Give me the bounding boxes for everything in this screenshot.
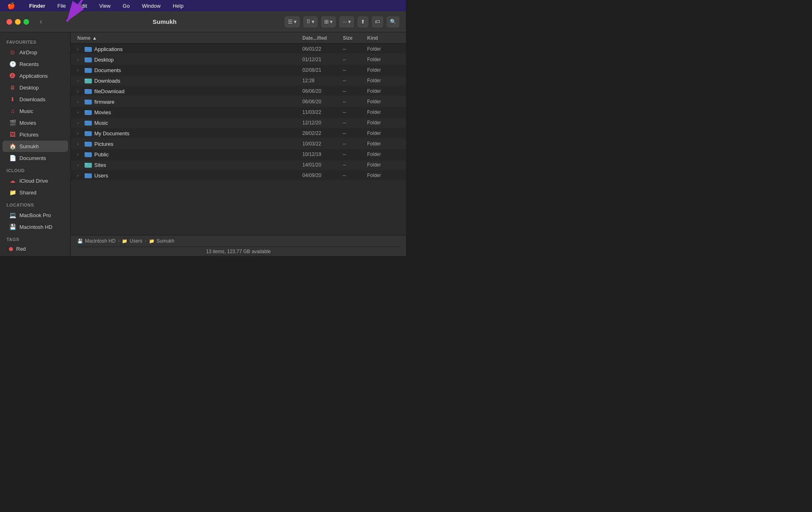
icloud-icon: ☁: [9, 177, 16, 184]
expand-chevron[interactable]: ›: [77, 68, 83, 73]
expand-chevron[interactable]: ›: [77, 58, 83, 62]
sidebar-item-applications[interactable]: 🅐 Applications: [2, 70, 68, 81]
file-size: --: [343, 130, 367, 136]
view-list-button[interactable]: ☰ ▾: [285, 16, 300, 28]
file-date: 06/01/22: [302, 46, 343, 52]
breadcrumb-macintosh-hd[interactable]: 💾 Macintosh HD: [77, 238, 115, 244]
favourites-header: Favourites: [0, 36, 70, 46]
edit-menu[interactable]: Edit: [76, 2, 89, 10]
expand-chevron[interactable]: ›: [77, 173, 83, 178]
sidebar-item-macbook-pro[interactable]: 💻 MacBook Pro: [2, 209, 68, 221]
view-hierarchy-button[interactable]: ⠿ ▾: [303, 16, 318, 28]
sidebar-item-sumukh[interactable]: 🏠 Sumukh: [2, 141, 68, 152]
table-row[interactable]: › Downloads 12:28 -- Folder: [71, 75, 406, 86]
file-menu[interactable]: File: [55, 2, 68, 10]
close-button[interactable]: [6, 19, 12, 25]
column-size-header[interactable]: Size: [343, 35, 367, 41]
file-name: firmware: [94, 99, 302, 105]
table-row[interactable]: › Desktop 01/12/21 -- Folder: [71, 54, 406, 65]
search-icon: 🔍: [390, 19, 396, 25]
folder-icon: [85, 151, 92, 158]
more-button[interactable]: ··· ▾: [339, 16, 354, 28]
menubar: 🍎 Finder File Edit View Go Window Help: [0, 0, 406, 11]
expand-chevron[interactable]: ›: [77, 100, 83, 104]
sidebar-item-downloads[interactable]: ⬇ Downloads: [2, 94, 68, 105]
sidebar-item-label: Desktop: [19, 85, 39, 91]
table-row[interactable]: › Users 04/09/20 -- Folder: [71, 170, 406, 181]
file-size: --: [343, 88, 367, 94]
file-kind: Folder: [367, 78, 400, 83]
minimize-button[interactable]: [15, 19, 21, 25]
table-row[interactable]: › firmware 06/06/20 -- Folder: [71, 96, 406, 107]
table-row[interactable]: › Documents 02/08/21 -- Folder: [71, 65, 406, 75]
folder-icon: [85, 109, 92, 116]
sidebar-item-tag-orange[interactable]: Orange: [2, 254, 68, 256]
toolbar: ‹ Sumukh ☰ ▾ ⠿ ▾ ⊞ ▾ ··· ▾ ⬆ 🏷: [0, 11, 406, 32]
file-date: 14/01/20: [302, 162, 343, 168]
recents-icon: 🕐: [9, 60, 16, 68]
sidebar-item-pictures[interactable]: 🖼 Pictures: [2, 129, 68, 140]
sidebar-item-airdrop[interactable]: ⊙ AirDrop: [2, 47, 68, 58]
sidebar-item-label: AirDrop: [19, 49, 37, 55]
expand-chevron[interactable]: ›: [77, 110, 83, 115]
folder-small-icon: 📁: [122, 239, 128, 244]
sidebar-item-movies[interactable]: 🎬 Movies: [2, 117, 68, 128]
back-button[interactable]: ‹: [37, 16, 45, 28]
sidebar-item-macintosh-hd[interactable]: 💾 Macintosh HD: [2, 221, 68, 233]
sidebar-item-shared[interactable]: 📁 Shared: [2, 187, 68, 198]
table-row[interactable]: › fileDownload 06/06/20 -- Folder: [71, 86, 406, 96]
expand-chevron[interactable]: ›: [77, 131, 83, 136]
list-dropdown-icon: ▾: [294, 19, 297, 25]
table-row[interactable]: › Music 12/12/20 -- Folder: [71, 117, 406, 128]
breadcrumb-users[interactable]: 📁 Users: [122, 238, 142, 244]
view-grid-button[interactable]: ⊞ ▾: [321, 16, 336, 28]
sidebar-item-tag-red[interactable]: Red: [2, 244, 68, 254]
view-menu[interactable]: View: [97, 2, 113, 10]
tag-button[interactable]: 🏷: [372, 16, 383, 28]
file-name: fileDownload: [94, 88, 302, 94]
breadcrumb-sumukh[interactable]: 📁 Sumukh: [149, 238, 174, 244]
expand-chevron[interactable]: ›: [77, 89, 83, 94]
help-menu[interactable]: Help: [170, 2, 186, 10]
toolbar-controls: ☰ ▾ ⠿ ▾ ⊞ ▾ ··· ▾ ⬆ 🏷 🔍: [285, 16, 400, 28]
file-date: 12/12/20: [302, 120, 343, 126]
sidebar-item-desktop[interactable]: 🖥 Desktop: [2, 82, 68, 93]
window-menu[interactable]: Window: [139, 2, 163, 10]
expand-chevron[interactable]: ›: [77, 121, 83, 125]
main-content: Favourites ⊙ AirDrop 🕐 Recents 🅐 Applica…: [0, 32, 406, 256]
expand-chevron[interactable]: ›: [77, 142, 83, 146]
file-size: --: [343, 151, 367, 157]
sidebar-item-icloud-drive[interactable]: ☁ iCloud Drive: [2, 175, 68, 186]
folder-icon: [85, 77, 92, 84]
table-row[interactable]: › Sites 14/01/20 -- Folder: [71, 160, 406, 170]
sidebar-item-documents[interactable]: 📄 Documents: [2, 152, 68, 164]
finder-menu[interactable]: Finder: [27, 2, 48, 10]
column-name-header[interactable]: Name ▲: [77, 35, 302, 41]
folder-icon: [85, 130, 92, 137]
hierarchy-icon: ⠿: [306, 19, 310, 25]
share-button[interactable]: ⬆: [357, 16, 368, 28]
file-size: --: [343, 57, 367, 62]
search-button[interactable]: 🔍: [387, 16, 400, 28]
expand-chevron[interactable]: ›: [77, 163, 83, 167]
file-date: 10/12/19: [302, 151, 343, 157]
apple-menu[interactable]: 🍎: [5, 1, 18, 11]
sidebar-item-music[interactable]: ♫ Music: [2, 105, 68, 117]
table-row[interactable]: › My Documents 28/02/22 -- Folder: [71, 128, 406, 139]
expand-chevron[interactable]: ›: [77, 47, 83, 51]
file-area: Name ▲ Date...ified Size Kind › Applicat…: [71, 32, 406, 256]
expand-chevron[interactable]: ›: [77, 152, 83, 157]
more-icon: ···: [342, 19, 347, 25]
column-headers: Name ▲ Date...ified Size Kind: [71, 32, 406, 44]
table-row[interactable]: › Pictures 10/03/22 -- Folder: [71, 139, 406, 149]
table-row[interactable]: › Applications 06/01/22 -- Folder: [71, 44, 406, 54]
go-menu[interactable]: Go: [120, 2, 132, 10]
zoom-button[interactable]: [23, 19, 29, 25]
file-date: 06/06/20: [302, 99, 343, 105]
table-row[interactable]: › Public 10/12/19 -- Folder: [71, 149, 406, 160]
sidebar-item-recents[interactable]: 🕐 Recents: [2, 58, 68, 70]
column-kind-header[interactable]: Kind: [367, 35, 400, 41]
table-row[interactable]: › Movies 11/03/22 -- Folder: [71, 107, 406, 117]
column-date-header[interactable]: Date...ified: [302, 35, 343, 41]
expand-chevron[interactable]: ›: [77, 79, 83, 83]
